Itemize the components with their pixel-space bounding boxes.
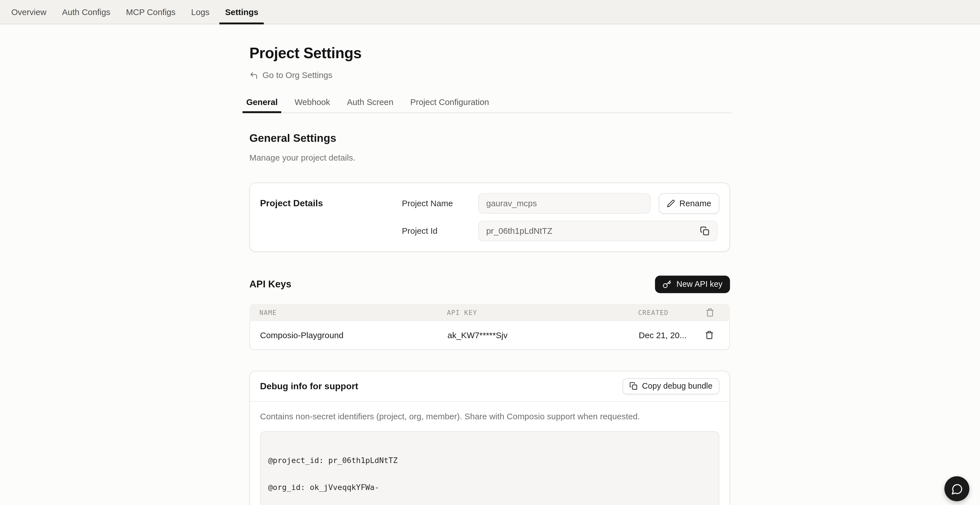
copy-debug-bundle-label: Copy debug bundle [642,381,713,391]
nav-item-overview[interactable]: Overview [6,0,52,24]
api-keys-table-body: Composio-Playground ak_KW7*****Sjv Dec 2… [249,321,730,349]
pencil-icon [667,199,675,207]
api-key-created: Dec 21, 20... [639,330,697,339]
debug-card-body: Contains non-secret identifiers (project… [250,401,730,505]
project-id-row: Project Id pr_06th1pLdNtTZ [402,220,719,241]
column-header-name: NAME [259,308,447,316]
settings-tabs: General Webhook Auth Screen Project Conf… [242,97,732,113]
go-to-org-settings-label: Go to Org Settings [262,71,332,80]
api-key-masked: ak_KW7*****Sjv [447,330,639,339]
project-name-input[interactable]: gaurav_mcps [478,193,651,213]
column-header-created: CREATED [638,308,697,316]
rename-button-label: Rename [679,198,711,208]
nav-item-logs[interactable]: Logs [185,0,215,24]
project-name-row: Project Name gaurav_mcps Rename [402,193,719,213]
rename-button[interactable]: Rename [659,193,719,213]
project-name-value: gaurav_mcps [486,198,537,208]
project-id-value: pr_06th1pLdNtTZ [486,226,552,235]
tab-webhook[interactable]: Webhook [291,97,334,112]
go-to-org-settings-link[interactable]: Go to Org Settings [249,71,332,80]
debug-info-card: Debug info for support Copy debug bundle… [249,370,730,505]
general-settings-section: General Settings Manage your project det… [249,132,730,505]
code-line: @project_id: pr_06th1pLdNtTZ [268,456,711,465]
top-navigation: Overview Auth Configs MCP Configs Logs S… [0,0,980,24]
page-title: Project Settings [249,44,730,62]
debug-card-title: Debug info for support [260,381,358,391]
corner-up-left-icon [249,71,258,80]
tab-project-configuration[interactable]: Project Configuration [406,97,493,112]
debug-description: Contains non-secret identifiers (project… [260,412,719,421]
tab-general[interactable]: General [242,97,281,112]
key-icon [663,280,671,288]
copy-debug-bundle-button[interactable]: Copy debug bundle [623,378,719,394]
debug-bundle-code-block: @project_id: pr_06th1pLdNtTZ @org_id: ok… [260,431,719,505]
main-content: Project Settings Go to Org Settings [249,44,730,82]
nav-item-settings[interactable]: Settings [220,0,264,24]
nav-item-auth-configs[interactable]: Auth Configs [56,0,116,24]
table-row: Composio-Playground ak_KW7*****Sjv Dec 2… [250,321,730,349]
new-api-key-label: New API key [676,279,722,289]
chat-fab-button[interactable] [944,476,969,501]
general-settings-heading: General Settings [249,132,730,145]
api-keys-heading: API Keys [249,278,291,290]
project-details-card: Project Details Project Name gaurav_mcps… [249,182,730,252]
tab-auth-screen[interactable]: Auth Screen [343,97,397,112]
project-settings-page: Overview Auth Configs MCP Configs Logs S… [0,0,980,505]
trash-icon[interactable] [697,331,722,339]
copy-icon[interactable] [700,226,710,235]
trash-icon[interactable] [698,308,722,317]
column-header-api-key: API KEY [447,308,638,316]
project-id-input: pr_06th1pLdNtTZ [478,220,718,241]
chat-bubble-icon [951,483,963,495]
debug-card-header: Debug info for support Copy debug bundle [250,371,730,401]
new-api-key-button[interactable]: New API key [655,275,730,293]
project-details-title: Project Details [260,193,402,241]
project-id-label: Project Id [402,226,478,235]
project-name-label: Project Name [402,198,478,208]
code-line: @org_id: ok_jVveqqkYFWa- [268,483,711,492]
api-key-name: Composio-Playground [260,330,447,339]
api-keys-table: NAME API KEY CREATED Composio-Playground… [249,304,730,350]
api-keys-table-header: NAME API KEY CREATED [249,304,730,321]
nav-item-mcp-configs[interactable]: MCP Configs [120,0,181,24]
copy-icon [630,382,638,390]
general-settings-subheading: Manage your project details. [249,153,730,162]
api-keys-header: API Keys New API key [249,275,730,293]
